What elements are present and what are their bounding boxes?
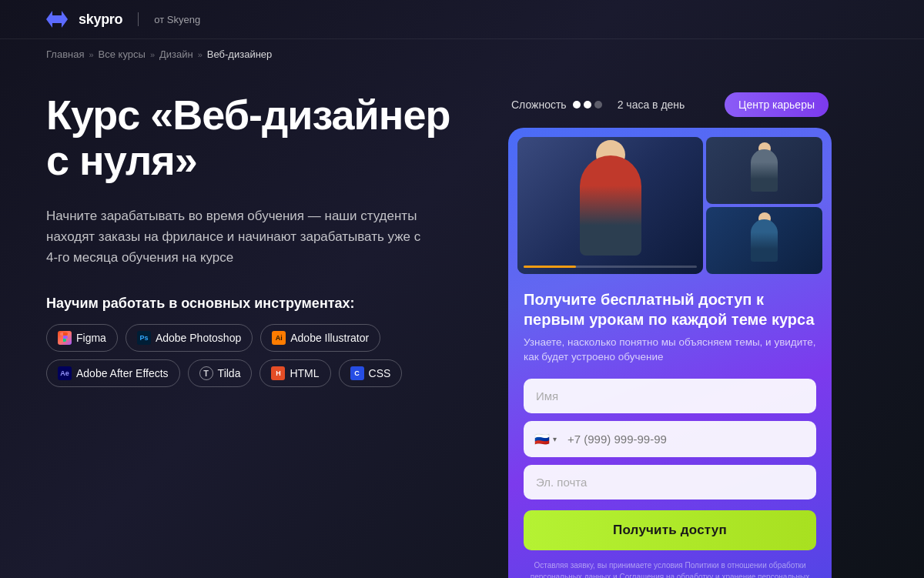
career-center-button[interactable]: Центр карьеры: [725, 92, 829, 117]
video-main-thumbnail[interactable]: [517, 137, 703, 274]
flag-icon: 🇷🇺: [534, 432, 550, 446]
header: skypro от Skyeng: [0, 0, 924, 39]
tool-tilda[interactable]: T Tilda: [188, 359, 253, 387]
breadcrumb-home[interactable]: Главная: [46, 48, 84, 60]
css-icon: C: [350, 366, 364, 380]
html-icon: H: [271, 366, 285, 380]
video-progress-fill: [524, 266, 576, 268]
logo-divider: [138, 12, 139, 26]
video-preview-area: [508, 128, 832, 274]
breadcrumb-design[interactable]: Дизайн: [159, 48, 193, 60]
breadcrumb: Главная » Все курсы » Дизайн » Веб-дизай…: [0, 39, 924, 69]
dot-2: [584, 101, 591, 109]
tool-illustrator[interactable]: Ai Adobe Illustrator: [260, 324, 380, 352]
chevron-down-icon: ▾: [553, 435, 557, 443]
thumb1-person: [751, 149, 778, 192]
thumbnail-1[interactable]: [706, 137, 822, 204]
meta-bar: Сложность 2 часа в день Центр карьеры: [508, 92, 832, 117]
breadcrumb-all-courses[interactable]: Все курсы: [99, 48, 146, 60]
time-per-day: 2 часа в день: [618, 99, 685, 111]
course-description: Начните зарабатывать во время обучения —…: [46, 205, 424, 269]
signup-card: Получите бесплатный доступ к первым урок…: [508, 128, 832, 578]
tools-grid: Figma Ps Adobe Photoshop Ai Adobe Illust…: [46, 324, 477, 387]
complexity-indicator: Сложность: [511, 99, 602, 111]
skypro-logo-icon: [46, 11, 71, 28]
breadcrumb-sep-3: »: [198, 50, 203, 59]
logo-text: skypro: [79, 12, 122, 28]
name-input[interactable]: [524, 379, 816, 413]
complexity-label: Сложность: [511, 99, 567, 111]
logo-partner: от Skyeng: [154, 14, 200, 25]
person-silhouette: [580, 155, 641, 256]
svg-marker-0: [46, 11, 68, 28]
tool-figma[interactable]: Figma: [46, 324, 118, 352]
card-subtitle: Узнаете, насколько понятно мы объясняем …: [524, 336, 816, 365]
breadcrumb-sep-1: »: [89, 50, 93, 59]
phone-country-selector[interactable]: 🇷🇺 ▾: [524, 421, 564, 457]
card-title: Получите бесплатный доступ к первым урок…: [524, 289, 816, 329]
dot-3: [594, 101, 602, 109]
dot-1: [573, 101, 581, 109]
aftereffects-icon: Ae: [58, 366, 72, 380]
photoshop-icon: Ps: [137, 331, 151, 345]
figma-icon: [58, 331, 72, 345]
left-column: Курс «Веб-дизайнерс нуля» Начните зараба…: [46, 92, 477, 387]
logo-area: skypro от Skyeng: [46, 11, 200, 28]
email-input[interactable]: [524, 465, 816, 499]
thumbnail-2[interactable]: [706, 207, 822, 274]
tool-photoshop[interactable]: Ps Adobe Photoshop: [126, 324, 253, 352]
submit-button[interactable]: Получить доступ: [524, 510, 816, 550]
illustrator-icon: Ai: [272, 331, 286, 345]
complexity-dots: [573, 101, 602, 109]
course-title: Курс «Веб-дизайнерс нуля»: [46, 92, 477, 184]
breadcrumb-current: Веб-дизайнер: [207, 48, 272, 60]
card-body: Получите бесплатный доступ к первым урок…: [508, 274, 832, 578]
phone-input[interactable]: [564, 422, 816, 456]
video-thumbnails: [706, 137, 822, 274]
main-content: Курс «Веб-дизайнерс нуля» Начните зараба…: [0, 69, 924, 578]
tools-heading: Научим работать в основных инструментах:: [46, 296, 477, 312]
right-column: Сложность 2 часа в день Центр карьеры: [508, 92, 832, 578]
phone-field-wrapper: 🇷🇺 ▾: [524, 421, 816, 457]
thumb2-person: [751, 219, 778, 262]
video-progress-bar: [524, 266, 697, 268]
tool-css[interactable]: C CSS: [339, 359, 403, 387]
tilda-icon: T: [199, 366, 213, 380]
tool-aftereffects[interactable]: Ae Adobe After Effects: [46, 359, 180, 387]
breadcrumb-sep-2: »: [150, 50, 155, 59]
card-disclaimer: Оставляя заявку, вы принимаете условия П…: [524, 560, 816, 578]
tool-html[interactable]: H HTML: [259, 359, 330, 387]
